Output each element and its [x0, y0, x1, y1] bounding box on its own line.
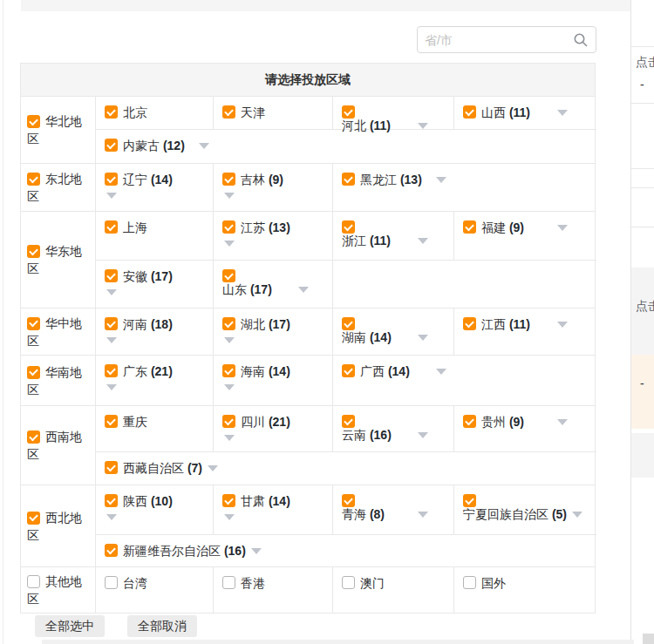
expand-caret-icon[interactable]	[418, 335, 428, 341]
expand-caret-icon[interactable]	[298, 287, 309, 293]
expand-caret-icon[interactable]	[106, 337, 117, 343]
expand-caret-icon[interactable]	[557, 225, 568, 231]
province-search-box[interactable]	[417, 26, 596, 53]
province-cell[interactable]: 湖南 (14)	[333, 308, 454, 355]
province-cell[interactable]: 澳门	[333, 567, 454, 613]
rail-link-text[interactable]: 点击	[636, 55, 654, 71]
province-checkbox[interactable]	[105, 494, 118, 507]
province-checkbox[interactable]	[222, 494, 235, 507]
province-cell[interactable]: 辽宁 (14)	[96, 164, 214, 211]
region-cell[interactable]: 华东地区	[21, 212, 96, 308]
expand-caret-icon[interactable]	[418, 123, 428, 129]
province-cell[interactable]: 新疆维吾尔自治区 (16)	[96, 535, 596, 566]
region-checkbox[interactable]	[27, 115, 40, 128]
province-cell[interactable]: 陕西 (10)	[96, 485, 214, 534]
province-checkbox[interactable]	[105, 220, 118, 234]
search-input[interactable]	[425, 33, 573, 47]
rail-link-text[interactable]: 点击	[636, 299, 654, 315]
province-cell[interactable]: 湖北 (17)	[214, 308, 333, 355]
expand-caret-icon[interactable]	[224, 337, 235, 343]
province-checkbox[interactable]	[222, 173, 235, 186]
province-cell[interactable]: 台湾	[96, 567, 214, 613]
region-cell[interactable]: 华北地区	[21, 97, 96, 163]
expand-caret-icon[interactable]	[436, 369, 446, 375]
province-cell[interactable]: 广西 (14)	[333, 356, 596, 405]
province-cell[interactable]: 江苏 (13)	[214, 212, 333, 260]
region-cell[interactable]: 西北地区	[21, 485, 96, 566]
province-cell[interactable]: 贵州 (9)	[454, 406, 596, 451]
province-checkbox[interactable]	[222, 576, 235, 589]
province-checkbox[interactable]	[342, 220, 355, 234]
province-cell[interactable]: 山西 (11)	[454, 97, 596, 129]
expand-caret-icon[interactable]	[106, 193, 117, 199]
expand-caret-icon[interactable]	[418, 238, 428, 244]
province-cell[interactable]: 香港	[214, 567, 333, 613]
expand-caret-icon[interactable]	[224, 384, 235, 390]
province-cell[interactable]: 宁夏回族自治区 (5)	[454, 485, 596, 534]
province-checkbox[interactable]	[463, 317, 476, 330]
province-cell[interactable]: 河北 (11)	[333, 97, 454, 129]
expand-caret-icon[interactable]	[572, 512, 582, 518]
province-checkbox[interactable]	[342, 173, 355, 186]
province-cell[interactable]: 西藏自治区 (7)	[96, 452, 596, 485]
province-cell[interactable]: 北京	[96, 97, 214, 129]
province-checkbox[interactable]	[105, 269, 118, 282]
province-checkbox[interactable]	[105, 364, 118, 377]
expand-caret-icon[interactable]	[557, 322, 568, 328]
province-checkbox[interactable]	[342, 317, 355, 330]
province-cell[interactable]: 上海	[96, 212, 214, 260]
province-cell[interactable]: 甘肃 (14)	[214, 485, 333, 534]
region-checkbox[interactable]	[27, 245, 40, 258]
expand-caret-icon[interactable]	[557, 419, 568, 425]
region-checkbox[interactable]	[27, 366, 40, 379]
region-checkbox[interactable]	[27, 430, 40, 444]
province-checkbox[interactable]	[222, 105, 235, 119]
province-checkbox[interactable]	[342, 105, 355, 119]
expand-caret-icon[interactable]	[106, 289, 117, 295]
province-cell[interactable]: 浙江 (11)	[333, 212, 454, 260]
cancel-all-button[interactable]: 全部取消	[127, 615, 197, 637]
region-cell[interactable]: 华中地区	[21, 308, 96, 355]
select-all-button[interactable]: 全部选中	[35, 615, 105, 637]
region-checkbox[interactable]	[27, 512, 40, 525]
province-cell[interactable]: 福建 (9)	[454, 212, 596, 260]
expand-caret-icon[interactable]	[106, 514, 117, 520]
province-checkbox[interactable]	[105, 576, 118, 589]
region-cell[interactable]: 东北地区	[21, 164, 96, 211]
province-cell[interactable]: 四川 (21)	[214, 406, 333, 451]
province-cell[interactable]: 重庆	[96, 406, 214, 451]
province-cell[interactable]: 吉林 (9)	[214, 164, 333, 211]
expand-caret-icon[interactable]	[436, 177, 446, 183]
province-cell[interactable]: 山东 (17)	[214, 261, 333, 308]
expand-caret-icon[interactable]	[224, 514, 235, 520]
region-checkbox[interactable]	[27, 575, 40, 588]
region-cell[interactable]: 西南地区	[21, 406, 96, 485]
expand-caret-icon[interactable]	[224, 193, 235, 199]
expand-caret-icon[interactable]	[224, 435, 235, 441]
search-icon[interactable]	[573, 32, 589, 48]
province-checkbox[interactable]	[342, 364, 355, 377]
province-cell[interactable]: 天津	[214, 97, 333, 129]
province-checkbox[interactable]	[222, 269, 235, 282]
expand-caret-icon[interactable]	[418, 512, 428, 518]
region-cell[interactable]: 华南地区	[21, 356, 96, 405]
province-checkbox[interactable]	[463, 220, 476, 234]
province-checkbox[interactable]	[463, 105, 476, 119]
province-cell[interactable]: 河南 (18)	[96, 308, 214, 355]
region-checkbox[interactable]	[27, 173, 40, 186]
province-checkbox[interactable]	[342, 576, 355, 589]
province-checkbox[interactable]	[105, 544, 118, 557]
province-checkbox[interactable]	[222, 364, 235, 377]
province-cell[interactable]: 广东 (21)	[96, 356, 214, 405]
province-cell[interactable]: 内蒙古 (12)	[96, 130, 596, 163]
expand-caret-icon[interactable]	[251, 548, 262, 554]
province-checkbox[interactable]	[222, 317, 235, 330]
province-cell[interactable]: 青海 (8)	[333, 485, 454, 534]
province-checkbox[interactable]	[463, 494, 476, 507]
region-checkbox[interactable]	[27, 317, 40, 330]
expand-caret-icon[interactable]	[106, 384, 117, 390]
province-checkbox[interactable]	[463, 576, 476, 589]
expand-caret-icon[interactable]	[418, 432, 428, 438]
province-cell[interactable]: 江西 (11)	[454, 308, 596, 355]
province-checkbox[interactable]	[105, 317, 118, 330]
